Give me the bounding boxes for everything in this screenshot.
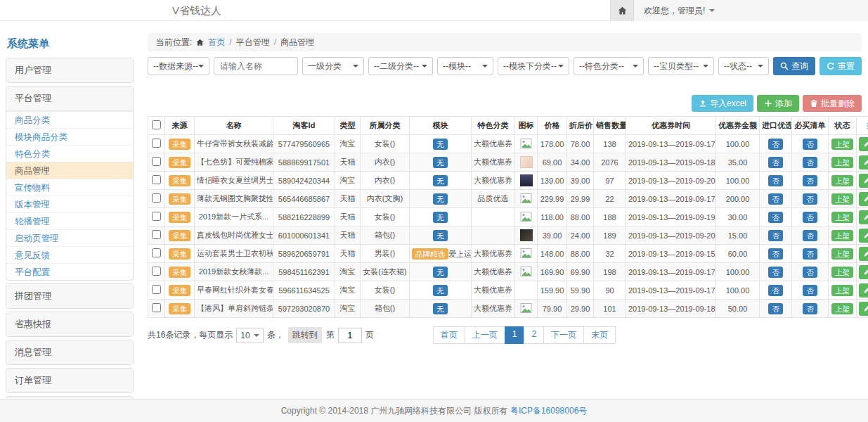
must-buy-badge[interactable]: 否 (803, 212, 817, 223)
sidebar-item-goods-manage[interactable]: 商品管理 (6, 162, 133, 179)
edit-button[interactable] (859, 247, 868, 261)
sidebar-group-news-label[interactable]: 省惠快报 (6, 312, 133, 336)
must-buy-badge[interactable]: 否 (803, 139, 817, 150)
edit-button[interactable] (859, 192, 868, 206)
sidebar-group-platform-label[interactable]: 平台管理 (6, 87, 133, 111)
status-badge[interactable]: 上架 (831, 157, 853, 168)
row-checkbox[interactable] (152, 267, 161, 276)
user-menu[interactable]: 欢迎您，管理员! (634, 0, 868, 21)
pager-first[interactable]: 首页 (433, 326, 465, 344)
sidebar-group-message[interactable]: 消息管理 (6, 340, 134, 365)
pager-prev[interactable]: 上一页 (465, 326, 505, 344)
import-excel-button[interactable]: 导入excel (692, 95, 753, 112)
item-type-select[interactable]: --宝贝类型-- (648, 57, 714, 75)
edit-button[interactable] (859, 210, 868, 224)
pager-page-2[interactable]: 2 (524, 326, 544, 344)
sidebar-group-groupbuy-label[interactable]: 拼团管理 (6, 284, 133, 308)
edit-button[interactable] (859, 229, 868, 243)
sidebar-item-platform-config[interactable]: 平台配置 (6, 263, 133, 280)
sidebar-group-order[interactable]: 订单管理 (6, 368, 134, 393)
edit-button[interactable] (859, 155, 868, 170)
jump-button[interactable]: 跳转到 (288, 327, 322, 343)
batch-delete-button[interactable]: 批量删除 (803, 95, 862, 112)
status-select[interactable]: --状态-- (718, 57, 769, 75)
row-checkbox[interactable] (152, 212, 161, 221)
status-badge[interactable]: 上架 (831, 193, 853, 205)
status-badge[interactable]: 上架 (831, 303, 853, 314)
data-source-select[interactable]: --数据来源-- (148, 57, 209, 75)
must-buy-badge[interactable]: 否 (803, 267, 817, 278)
must-buy-badge[interactable]: 否 (803, 157, 817, 168)
pager-last[interactable]: 末页 (583, 326, 616, 344)
import-badge[interactable]: 否 (768, 230, 783, 241)
import-badge[interactable]: 否 (768, 139, 783, 150)
sidebar-item-carousel-manage[interactable]: 轮播管理 (6, 212, 133, 229)
home-button[interactable] (610, 0, 634, 21)
import-badge[interactable]: 否 (768, 248, 783, 260)
sidebar-item-version-manage[interactable]: 版本管理 (6, 196, 133, 212)
feature-category-select[interactable]: --特色分类-- (574, 57, 644, 75)
must-buy-badge[interactable]: 否 (803, 175, 817, 186)
sales-count: 138 (594, 135, 626, 153)
import-badge[interactable]: 否 (768, 285, 783, 296)
sidebar-group-news[interactable]: 省惠快报 (6, 312, 134, 337)
module-sub-select[interactable]: --模块下分类-- (498, 57, 569, 75)
breadcrumb-home-link[interactable]: 首页 (208, 37, 225, 49)
status-badge[interactable]: 上架 (831, 175, 853, 186)
sidebar-group-groupbuy[interactable]: 拼团管理 (6, 283, 134, 309)
level1-category-select[interactable]: 一级分类 (302, 57, 364, 75)
sidebar-item-goods-category[interactable]: 商品分类 (6, 111, 133, 128)
status-badge[interactable]: 上架 (831, 230, 853, 241)
row-checkbox[interactable] (152, 193, 161, 203)
edit-button[interactable] (859, 174, 868, 188)
search-button[interactable]: 查询 (773, 57, 815, 75)
import-badge[interactable]: 否 (768, 157, 783, 168)
sidebar-item-splash-manage[interactable]: 启动页管理 (6, 229, 133, 246)
select-all-checkbox[interactable] (152, 120, 161, 129)
status-badge[interactable]: 上架 (831, 248, 853, 260)
sidebar-item-module-goods-category[interactable]: 模块商品分类 (6, 128, 133, 145)
reset-button[interactable]: 重置 (820, 57, 862, 75)
row-checkbox[interactable] (152, 175, 161, 184)
must-buy-badge[interactable]: 否 (803, 303, 817, 314)
row-checkbox[interactable] (152, 230, 161, 239)
sidebar-item-promo-material[interactable]: 宣传物料 (6, 179, 133, 196)
status-badge[interactable]: 上架 (831, 139, 853, 150)
module-select[interactable]: --模块-- (437, 57, 493, 75)
row-checkbox[interactable] (152, 157, 161, 166)
import-badge[interactable]: 否 (768, 212, 783, 223)
must-buy-badge[interactable]: 否 (803, 285, 817, 296)
row-checkbox[interactable] (152, 303, 161, 312)
sidebar-item-feature-category[interactable]: 特色分类 (6, 145, 133, 162)
edit-button[interactable] (859, 302, 868, 316)
jump-page-input[interactable] (338, 328, 362, 343)
pager-page-1[interactable]: 1 (505, 326, 525, 344)
icp-link[interactable]: 粤ICP备16098006号 (510, 405, 587, 417)
row-checkbox[interactable] (152, 285, 161, 294)
must-buy-badge[interactable]: 否 (803, 193, 817, 205)
sidebar-group-users[interactable]: 用户管理 (6, 58, 134, 83)
add-button[interactable]: 添加 (757, 95, 799, 112)
import-badge[interactable]: 否 (768, 303, 783, 314)
sidebar-group-order-label[interactable]: 订单管理 (6, 369, 133, 392)
row-checkbox[interactable] (152, 139, 161, 148)
must-buy-badge[interactable]: 否 (803, 248, 817, 260)
edit-button[interactable] (859, 137, 868, 151)
import-badge[interactable]: 否 (768, 193, 783, 205)
import-badge[interactable]: 否 (768, 175, 783, 186)
edit-button[interactable] (859, 283, 868, 298)
import-badge[interactable]: 否 (768, 267, 783, 278)
per-page-select[interactable]: 10 (236, 328, 263, 343)
edit-button[interactable] (859, 265, 868, 279)
sidebar-group-message-label[interactable]: 消息管理 (6, 340, 133, 364)
sidebar-group-users-label[interactable]: 用户管理 (6, 58, 133, 82)
name-search-input[interactable] (214, 57, 298, 75)
must-buy-badge[interactable]: 否 (803, 230, 817, 241)
status-badge[interactable]: 上架 (831, 267, 853, 278)
level2-category-select[interactable]: --二级分类-- (368, 57, 433, 75)
status-badge[interactable]: 上架 (831, 285, 853, 296)
row-checkbox[interactable] (152, 248, 161, 257)
sidebar-item-feedback[interactable]: 意见反馈 (6, 246, 133, 263)
status-badge[interactable]: 上架 (831, 212, 853, 223)
pager-next[interactable]: 下一页 (543, 326, 584, 344)
